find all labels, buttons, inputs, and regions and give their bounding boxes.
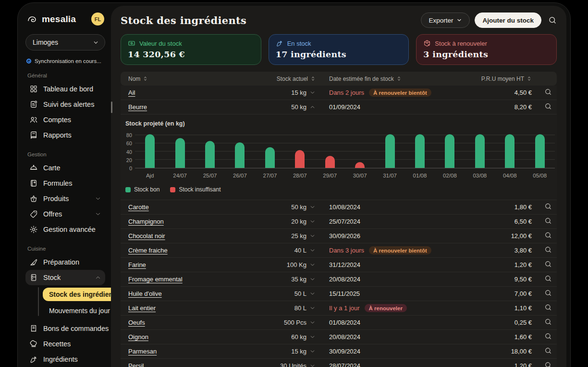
end-date: 30/09/2026 (329, 232, 360, 240)
sidebar-item-label: Produits (43, 195, 89, 202)
ingredient-name-link[interactable]: Champignon (128, 218, 164, 225)
column-header-stock-actuel[interactable]: Stock actuel (276, 76, 317, 82)
main-header: Stock des ingrédients Exporter Ajouter d… (121, 13, 557, 28)
table-row[interactable]: Oeufs500 Pcs01/08/20240,25 € (121, 316, 557, 330)
export-button[interactable]: Exporter (421, 13, 470, 28)
chart-bar (325, 156, 335, 168)
stat-card-label: Valeur du stock (139, 40, 182, 47)
table-row[interactable]: Lait entier80 LIl y a 1 jourÀ renouveler… (121, 301, 557, 316)
magnifier-icon[interactable] (544, 231, 552, 239)
table-row[interactable]: Farine100 Kg31/12/20241,20 € (121, 258, 557, 272)
column-header-date[interactable]: Date estimée fin de stock (317, 76, 461, 82)
magnifier-icon[interactable] (544, 332, 552, 340)
stock-value: 40 L (294, 247, 306, 254)
table-row[interactable]: Parmesan15 kg30/09/202418,00 € (121, 344, 557, 359)
ingredient-name-link[interactable]: Crème fraiche (128, 247, 168, 254)
sidebar-item-stock[interactable]: Stock (25, 270, 105, 285)
sidebar-item-tableau-de-bord[interactable]: Tableau de bord (25, 81, 105, 97)
sort-icon[interactable] (396, 76, 402, 81)
chevron-up-icon[interactable] (309, 104, 316, 110)
sidebar-item-ingr-dients[interactable]: Ingrédients (25, 352, 105, 367)
sidebar-item-comptes[interactable]: Comptes (25, 112, 105, 127)
table-row[interactable]: Crème fraiche40 LDans 3 joursÀ renouvele… (121, 243, 557, 258)
search-icon[interactable] (548, 16, 557, 25)
end-date: 10/08/2024 (329, 203, 360, 211)
sidebar-item-pr-paration[interactable]: Préparation (25, 254, 105, 270)
sidebar-item-carte[interactable]: Carte (25, 160, 105, 176)
sort-icon[interactable] (310, 76, 316, 81)
table-row[interactable]: Huile d'olive50 L15/11/20257,00 € (121, 287, 557, 301)
sidebar-subitem-mouvements-du-jour[interactable]: Mouvements du jour (43, 304, 116, 317)
table-row[interactable]: Carotte50 kg10/08/20241,80 € (121, 200, 557, 215)
sidebar-subsection: Stock des ingrédientsMouvements du jour (38, 286, 105, 319)
magnifier-icon[interactable] (544, 246, 552, 253)
chevron-down-icon[interactable] (309, 276, 316, 282)
ingredient-name-link[interactable]: Carotte (128, 203, 149, 211)
chevron-down-icon[interactable] (309, 247, 316, 253)
magnifier-icon[interactable] (544, 347, 552, 354)
chart-bar (295, 150, 305, 168)
table-row[interactable]: Chocolat noir25 kg30/09/202612,00 € (121, 229, 557, 243)
avatar[interactable]: FL (91, 13, 104, 25)
chevron-down-icon[interactable] (309, 204, 316, 210)
sidebar-item-recettes[interactable]: Recettes (25, 336, 105, 352)
formules-icon (29, 179, 38, 188)
ingredient-name-link[interactable]: Beurre (128, 103, 147, 111)
sidebar-item-offres[interactable]: Offres (25, 206, 105, 222)
magnifier-icon[interactable] (544, 88, 552, 96)
magnifier-icon[interactable] (544, 202, 552, 210)
ingredient-name-link[interactable]: Farine (128, 261, 146, 268)
magnifier-icon[interactable] (544, 304, 552, 311)
chevron-down-icon[interactable] (309, 218, 316, 225)
ingredient-name-link[interactable]: Lait entier (128, 304, 156, 312)
stock-value: 15 kg (291, 89, 306, 96)
x-axis-label: 04/08 (495, 173, 525, 178)
chevron-down-icon[interactable] (309, 291, 316, 297)
sidebar-item-formules[interactable]: Formules (25, 176, 105, 191)
magnifier-icon[interactable] (544, 318, 552, 326)
sidebar-item-suivi-des-alertes[interactable]: Suivi des alertes (25, 97, 105, 112)
table-row[interactable]: Ail15 kgDans 2 joursÀ renouveler bientôt… (121, 86, 557, 100)
chevron-down-icon[interactable] (309, 348, 316, 354)
chevron-down-icon[interactable] (309, 334, 316, 340)
chevron-down-icon[interactable] (309, 233, 316, 239)
magnifier-icon[interactable] (544, 275, 552, 282)
column-header-nom[interactable]: Nom (121, 76, 261, 82)
location-select[interactable]: Limoges (25, 34, 105, 51)
table-row[interactable]: Beurre50 kg01/09/20248,20 € (121, 100, 557, 114)
ingredient-name-link[interactable]: Fromage emmental (128, 276, 183, 283)
column-header-pru[interactable]: P.R.U moyen HT (480, 76, 533, 82)
magnifier-icon[interactable] (544, 217, 552, 225)
sort-icon[interactable] (527, 76, 532, 81)
ingredient-name-link[interactable]: Chocolat noir (128, 232, 165, 240)
sidebar-item-gestion-avanc-e[interactable]: Gestion avancée (25, 222, 105, 237)
ingredient-name-link[interactable]: Parmesan (128, 348, 157, 355)
sidebar-item-bons-de-commandes[interactable]: Bons de commandes (25, 321, 105, 336)
ingredient-name-link[interactable]: Ail (128, 89, 135, 96)
table-row[interactable]: Persil30 Unités28/07/20241,20 € (121, 359, 557, 367)
table-row[interactable]: Fromage emmental35 kg20/08/20249,50 € (121, 272, 557, 287)
table-row[interactable]: Oignon60 kg20/08/20241,60 € (121, 330, 557, 344)
sort-icon[interactable] (143, 76, 148, 81)
ingredient-name-link[interactable]: Oignon (128, 333, 148, 341)
chevron-down-icon[interactable] (309, 89, 316, 96)
chevron-down-icon[interactable] (309, 363, 316, 367)
magnifier-icon[interactable] (544, 289, 552, 297)
ingredient-name-link[interactable]: Persil (128, 362, 144, 367)
ingredient-name-link[interactable]: Oeufs (128, 319, 145, 326)
magnifier-icon[interactable] (544, 102, 552, 110)
stock-value: 80 L (294, 304, 306, 312)
add-stock-button[interactable]: Ajouter du stock (475, 13, 541, 28)
sidebar-item-rapports[interactable]: Rapports (25, 127, 105, 143)
chevron-down-icon[interactable] (309, 319, 316, 326)
y-axis-tick: 40 (126, 149, 132, 155)
table-row[interactable]: Champignon20 kg25/07/20246,50 € (121, 215, 557, 229)
stat-card-value: 14 320,56 € (128, 50, 254, 59)
stat-card-label: En stock (287, 40, 311, 47)
magnifier-icon[interactable] (544, 260, 552, 268)
sidebar-item-produits[interactable]: Produits (25, 191, 105, 206)
ingredient-name-link[interactable]: Huile d'olive (128, 290, 162, 297)
chevron-down-icon[interactable] (309, 262, 316, 268)
magnifier-icon[interactable] (544, 361, 552, 367)
chevron-down-icon[interactable] (309, 305, 316, 311)
